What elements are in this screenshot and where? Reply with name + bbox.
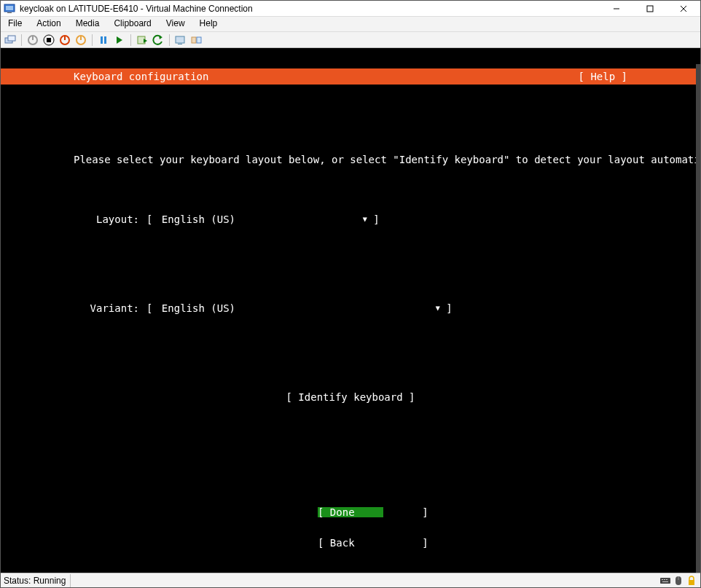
svg-rect-29 bbox=[664, 579, 665, 580]
pause-icon[interactable] bbox=[97, 34, 110, 47]
ctrl-alt-del-icon[interactable] bbox=[4, 34, 17, 47]
menu-file[interactable]: File bbox=[1, 17, 29, 31]
toolbar bbox=[1, 32, 700, 48]
svg-rect-26 bbox=[197, 37, 201, 43]
status-text: Status: Running bbox=[4, 574, 71, 587]
svg-rect-27 bbox=[660, 578, 670, 584]
start-icon[interactable] bbox=[26, 34, 39, 47]
svg-rect-17 bbox=[101, 36, 103, 44]
svg-rect-4 bbox=[647, 6, 653, 12]
variant-selector[interactable]: [ English (US)▼ ] bbox=[146, 303, 453, 313]
svg-rect-24 bbox=[178, 44, 182, 44]
enhanced-session-icon[interactable] bbox=[174, 34, 187, 47]
svg-rect-18 bbox=[104, 36, 106, 44]
installer-title: Keyboard configuration bbox=[74, 71, 208, 82]
svg-rect-23 bbox=[176, 36, 184, 43]
layout-label: Layout: bbox=[1, 214, 146, 224]
done-button[interactable]: [ Done ] bbox=[318, 507, 383, 517]
menu-clipboard[interactable]: Clipboard bbox=[106, 17, 158, 31]
vm-scrollbar[interactable] bbox=[696, 64, 700, 573]
svg-rect-1 bbox=[6, 6, 13, 10]
variant-value: English (US) bbox=[159, 303, 436, 313]
svg-rect-2 bbox=[7, 12, 12, 13]
minimize-button[interactable] bbox=[600, 1, 633, 17]
svg-rect-12 bbox=[47, 38, 51, 42]
svg-rect-31 bbox=[662, 581, 668, 582]
menubar: File Action Media Clipboard View Help bbox=[1, 17, 700, 32]
statusbar: Status: Running bbox=[1, 573, 700, 587]
turnoff-icon[interactable] bbox=[58, 34, 71, 47]
menu-action[interactable]: Action bbox=[29, 17, 68, 31]
menu-help[interactable]: Help bbox=[192, 17, 225, 31]
instruction-text: Please select your keyboard layout below… bbox=[1, 154, 700, 165]
maximize-button[interactable] bbox=[633, 1, 667, 17]
layout-selector[interactable]: [ English (US)▼ ] bbox=[146, 214, 380, 224]
help-button[interactable]: [ Help ] bbox=[579, 71, 627, 82]
app-icon bbox=[4, 3, 15, 15]
installer-header: Keyboard configuration [ Help ] bbox=[1, 68, 700, 85]
checkpoint-icon[interactable] bbox=[136, 34, 149, 47]
titlebar: keycloak on LATITUDE-E6410 - Virtual Mac… bbox=[1, 1, 700, 17]
revert-icon[interactable] bbox=[152, 34, 165, 47]
keyboard-icon bbox=[659, 575, 671, 587]
reset-icon[interactable] bbox=[113, 34, 126, 47]
svg-rect-34 bbox=[689, 580, 694, 585]
shutdown-icon[interactable] bbox=[74, 34, 87, 47]
vm-display[interactable]: Keyboard configuration [ Help ] Please s… bbox=[1, 48, 700, 573]
identify-keyboard-button[interactable]: [ Identify keyboard ] bbox=[286, 391, 415, 403]
variant-label: Variant: bbox=[1, 303, 146, 313]
share-icon[interactable] bbox=[190, 34, 203, 47]
menu-view[interactable]: View bbox=[159, 17, 192, 31]
close-button[interactable] bbox=[667, 1, 700, 17]
back-button[interactable]: [ Back ] bbox=[318, 538, 383, 548]
layout-value: English (US) bbox=[159, 214, 363, 224]
svg-rect-28 bbox=[662, 579, 663, 580]
mouse-icon bbox=[673, 575, 684, 587]
svg-rect-30 bbox=[666, 579, 667, 580]
window-title: keycloak on LATITUDE-E6410 - Virtual Mac… bbox=[18, 4, 600, 14]
stop-icon[interactable] bbox=[42, 34, 55, 47]
lock-icon bbox=[686, 575, 697, 587]
svg-rect-25 bbox=[192, 37, 196, 43]
svg-marker-19 bbox=[117, 36, 122, 44]
menu-media[interactable]: Media bbox=[68, 17, 107, 31]
svg-rect-8 bbox=[8, 36, 15, 41]
